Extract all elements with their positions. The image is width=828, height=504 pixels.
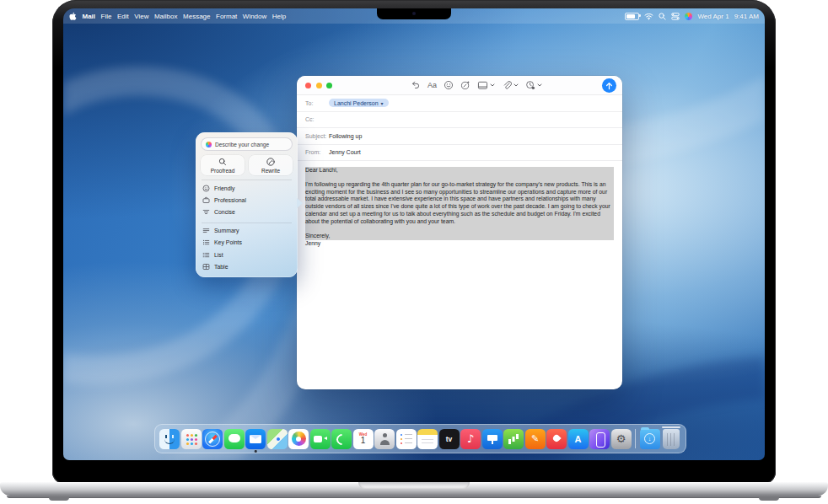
menu-bar-date[interactable]: Wed Apr 1: [697, 13, 729, 20]
menu-item-view[interactable]: View: [134, 13, 148, 20]
dock-icon-facetime[interactable]: [310, 429, 331, 449]
format-option-list[interactable]: List: [201, 249, 293, 260]
summary-label: Summary: [214, 228, 239, 233]
dock-icon-trash[interactable]: [663, 429, 680, 449]
dock-icon-maps[interactable]: [267, 429, 288, 449]
proofread-button[interactable]: Proofread: [201, 155, 245, 175]
photo-browser-control[interactable]: [477, 80, 495, 90]
menu-item-mail[interactable]: Mail: [83, 13, 96, 20]
dock-icon-finder[interactable]: [159, 429, 180, 449]
menu-bar-status: Wed Apr 1 9:41 AM: [625, 13, 759, 20]
recipient-name: Lanchi Pederson: [334, 100, 379, 106]
dock-icon-messages[interactable]: [224, 429, 245, 449]
apple-menu-icon[interactable]: [69, 12, 77, 21]
format-option-key-points[interactable]: Key Points: [201, 237, 293, 249]
attach-control[interactable]: [502, 80, 519, 90]
message-body[interactable]: Dear Lanchi, I'm following up regarding …: [297, 161, 622, 253]
dock-icon-calendar[interactable]: Wed 1: [353, 429, 374, 449]
format-option-table[interactable]: Table: [201, 260, 293, 272]
menu-bar-time[interactable]: 9:41 AM: [734, 13, 759, 20]
calendar-day: 1: [361, 437, 366, 445]
close-button[interactable]: [305, 83, 311, 88]
dock-icon-music[interactable]: [460, 429, 481, 449]
format-option-summary[interactable]: Summary: [201, 225, 293, 237]
divider: [202, 223, 292, 223]
ai-compose-icon[interactable]: [460, 80, 470, 90]
tone-option-concise[interactable]: Concise: [201, 206, 293, 217]
rewrite-label: Rewrite: [261, 168, 280, 174]
zoom-button[interactable]: [326, 83, 332, 88]
from-value: Jenny Court: [329, 149, 361, 155]
describe-change-placeholder: Describe your change: [215, 142, 269, 147]
dock-icon-numbers[interactable]: [503, 429, 524, 449]
dock-icon-safari[interactable]: [202, 429, 223, 449]
minimize-button[interactable]: [316, 83, 322, 88]
desktop: Mail File Edit View Mailbox Message Form…: [63, 8, 765, 460]
subject-field[interactable]: Subject: Following up: [297, 128, 622, 145]
dock-icon-rocket[interactable]: [546, 429, 567, 449]
control-center-icon[interactable]: [671, 13, 680, 20]
rewrite-button[interactable]: Rewrite: [249, 155, 293, 175]
to-field[interactable]: To: Lanchi Pederson ▾: [297, 95, 622, 112]
dock-icon-app-store[interactable]: A: [568, 429, 589, 449]
dock-icon-phone[interactable]: [331, 429, 352, 449]
dock-icon-photos[interactable]: [288, 429, 309, 449]
subject-value: Following up: [329, 133, 362, 139]
table-label: Table: [214, 264, 228, 270]
popover-arrow: [297, 198, 303, 208]
compose-toolbar: Aa: [411, 80, 542, 90]
menu-item-format[interactable]: Format: [216, 13, 237, 20]
dock-icon-reminders[interactable]: [396, 429, 417, 449]
from-label: From:: [305, 149, 329, 155]
traffic-lights: [305, 83, 332, 88]
open-indicator: [255, 450, 257, 453]
chevron-down-icon: ▾: [381, 100, 384, 106]
text-format-icon[interactable]: Aa: [427, 81, 437, 89]
tone-option-professional[interactable]: Professional: [201, 194, 293, 206]
dock-icon-notes[interactable]: [417, 429, 438, 449]
battery-icon[interactable]: [625, 13, 639, 20]
concise-icon: [202, 208, 210, 216]
menu-item-window[interactable]: Window: [243, 13, 266, 20]
send-button[interactable]: [602, 78, 616, 93]
from-field[interactable]: From: Jenny Court: [297, 145, 622, 162]
emoji-icon[interactable]: [444, 80, 454, 90]
subject-label: Subject:: [305, 133, 329, 139]
menu-item-edit[interactable]: Edit: [117, 13, 129, 20]
wifi-icon[interactable]: [644, 13, 653, 20]
body-paragraph: I'm following up regarding the 4th quart…: [305, 181, 614, 226]
body-greeting: Dear Lanchi,: [305, 167, 614, 174]
describe-change-input[interactable]: Describe your change: [201, 137, 293, 151]
macbook-screen-bezel: Mail File Edit View Mailbox Message Form…: [52, 0, 776, 484]
dock-icon-iphone-mirroring[interactable]: [589, 429, 610, 449]
menu-bar-left: Mail File Edit View Mailbox Message Form…: [69, 12, 286, 21]
tv-label: tv: [446, 435, 453, 443]
window-titlebar[interactable]: Aa: [297, 76, 622, 95]
dock-icon-contacts[interactable]: [374, 429, 395, 449]
lid-scoop: [358, 482, 470, 489]
recipient-token[interactable]: Lanchi Pederson ▾: [329, 99, 389, 107]
list-icon: [202, 251, 210, 259]
apple-intelligence-icon[interactable]: [685, 13, 692, 20]
menu-item-mailbox[interactable]: Mailbox: [154, 13, 178, 20]
dock-icon-launchpad[interactable]: [181, 429, 202, 449]
apple-intelligence-icon: [206, 142, 212, 147]
dock-icon-tv[interactable]: tv: [439, 429, 460, 449]
selected-text[interactable]: Dear Lanchi, I'm following up regarding …: [305, 167, 614, 240]
body-closing: Sincerely,: [305, 233, 614, 240]
summary-icon: [202, 227, 210, 234]
search-icon[interactable]: [659, 13, 666, 20]
dock-icon-system-settings[interactable]: [611, 429, 632, 449]
dock-icon-mail[interactable]: [245, 429, 266, 449]
dock-icon-downloads[interactable]: ↓: [640, 429, 660, 449]
friendly-icon: [202, 185, 210, 192]
undo-icon[interactable]: [411, 80, 421, 90]
tone-option-friendly[interactable]: Friendly: [201, 182, 293, 194]
send-later-control[interactable]: [525, 80, 542, 90]
menu-item-help[interactable]: Help: [272, 13, 286, 20]
cc-field[interactable]: Cc:: [297, 112, 622, 129]
dock-icon-keynote[interactable]: [482, 429, 503, 449]
menu-item-file[interactable]: File: [101, 13, 112, 20]
menu-item-message[interactable]: Message: [183, 13, 210, 20]
dock-icon-pages[interactable]: [525, 429, 546, 449]
